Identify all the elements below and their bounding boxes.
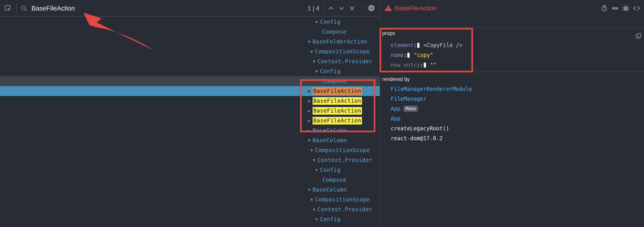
tree-expand-arrow[interactable] [312,155,316,165]
tree-expand-arrow[interactable] [314,17,319,27]
prop-spacer [420,42,424,48]
inspect-dom-button[interactable] [611,4,619,12]
rendered-by-item-label[interactable]: FileManager [391,96,426,102]
memo-badge: Memo [404,106,418,112]
tree-row[interactable]: BaseFileAction [0,86,380,96]
rendered-by-item: FileManager [391,94,472,104]
tree-expand-arrow[interactable] [307,136,312,145]
tree-row-label: BaseColumn [312,137,347,144]
tree-expand-arrow[interactable] [314,66,319,76]
props-section-label: props [382,30,395,36]
toolbar-separator [323,4,323,12]
tree-expand-arrow[interactable] [307,185,312,195]
tree-row[interactable]: BaseFileAction [0,96,380,106]
log-component-button[interactable] [622,4,630,12]
tree-row-label: BaseFileAction [312,97,362,105]
section-divider [380,27,644,27]
rendered-by-item: App [391,114,472,124]
tree-row-label: Config [320,216,341,223]
details-header: BaseFileAction [380,0,644,16]
edit-cursor [417,43,420,48]
bug-icon [622,4,630,12]
suspense-toggle-button[interactable] [600,4,608,12]
tree-row-label: CompositionScope [315,147,370,154]
component-tree: Config Compose BaseFolderAction Composit… [0,17,380,227]
tree-row[interactable]: CompositionScope [0,47,380,56]
tree-row[interactable]: Compose [0,76,380,86]
tree-row[interactable]: Compose [0,175,380,185]
tree-expand-arrow[interactable] [307,126,312,136]
toolbar-separator [362,4,362,12]
tree-row[interactable]: BaseFileAction [0,116,380,126]
toolbar-separator [16,4,17,12]
tree-expand-arrow[interactable] [307,106,312,116]
rendered-by-label: rendered by [382,76,410,83]
tree-row[interactable]: Config [0,165,380,175]
prop-value[interactable]: "copy" [414,52,434,58]
tree-row-label: BaseFileAction [312,87,362,95]
details-panel: BaseFileAction [380,0,644,227]
prop-key: element [391,42,414,48]
prop-spacer [427,62,430,68]
tree-row-label: Compose [322,176,346,184]
rendered-by-item: AppMemo [391,104,472,114]
close-icon [349,5,356,12]
tree-row[interactable]: Compose [0,224,380,227]
tree-expand-arrow[interactable] [307,86,312,96]
prop-value[interactable]: <CopyFile /> [424,42,462,48]
rendered-by-item-label[interactable]: FileManagerRendererModule [391,86,472,92]
tree-row-label: CompositionScope [315,48,370,55]
tree-expand-arrow[interactable] [312,56,316,66]
prop-row[interactable]: element: <CopyFile /> [391,40,462,50]
search-icon [21,5,28,12]
tree-expand-arrow[interactable] [307,96,312,106]
clear-search-button[interactable] [348,5,356,12]
tree-expand-arrow[interactable] [309,195,314,205]
view-source-button[interactable] [633,4,640,12]
tree-row[interactable]: BaseColumn [0,185,380,195]
prop-spacer [410,52,414,58]
tree-row[interactable]: Compose [0,27,380,37]
prop-colon: : [404,52,407,58]
inspect-element-button[interactable] [4,5,12,12]
tree-row[interactable]: Context.Provider [0,56,380,66]
tree-row[interactable]: CompositionScope [0,145,380,155]
gear-icon [367,4,376,12]
tree-row[interactable]: BaseColumn [0,136,380,145]
tree-row[interactable]: Context.Provider [0,155,380,165]
tree-row[interactable]: Context.Provider [0,205,380,215]
rendered-by-item-label: react-dom@17.0.2 [391,135,442,142]
tree-expand-arrow[interactable] [309,145,314,155]
tree-row-label: Compose [322,226,346,227]
tree-expand-arrow[interactable] [307,116,312,126]
tree-expand-arrow[interactable] [312,205,316,215]
tree-row[interactable]: Config [0,66,380,76]
tree-expand-arrow[interactable] [314,165,319,175]
edit-cursor [407,53,410,58]
prop-row[interactable]: new entry: "" [391,60,462,70]
tree-row[interactable]: CompositionScope [0,195,380,205]
prop-colon: : [414,42,416,48]
prop-row[interactable]: name: "copy" [391,50,462,60]
previous-result-button[interactable] [328,5,334,12]
prop-value[interactable]: "" [430,62,436,68]
tree-expand-arrow[interactable] [309,47,314,56]
rendered-by-item-label[interactable]: App [391,106,400,112]
copy-props-button[interactable] [635,33,642,39]
tree-row[interactable]: Config [0,17,380,27]
tree-row[interactable]: BaseFolderAction [0,37,380,47]
inspect-cursor-icon [4,5,12,12]
settings-button[interactable] [367,4,376,12]
tree-row[interactable]: BaseFileAction [0,106,380,116]
rendered-by-item-label[interactable]: App [391,116,400,122]
react-devtools-components-panel: BaseFileAction 1 | 4 [0,0,644,227]
tree-row-label: BaseColumn [312,186,347,194]
next-result-button[interactable] [338,5,345,12]
rendered-by-list: FileManagerRendererModuleFileManagerAppM… [391,84,472,143]
tree-expand-arrow[interactable] [314,215,319,224]
tree-row-label: Context.Provider [318,58,372,65]
search-input[interactable]: BaseFileAction [32,0,75,16]
tree-row[interactable]: Config [0,215,380,224]
tree-row[interactable]: BaseColumn [0,126,380,136]
tree-expand-arrow[interactable] [307,37,312,47]
